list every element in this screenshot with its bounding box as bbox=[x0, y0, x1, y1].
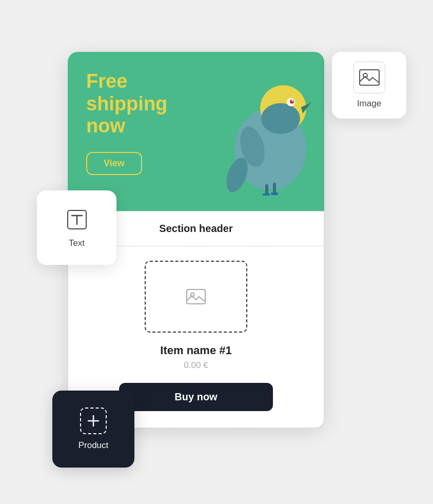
section-header-text: Section header bbox=[159, 223, 232, 235]
banner-title: Free shipping now bbox=[86, 70, 199, 138]
widget-image[interactable]: Image bbox=[332, 52, 406, 119]
svg-rect-11 bbox=[263, 193, 270, 196]
product-icon bbox=[80, 408, 107, 434]
image-icon bbox=[357, 65, 382, 90]
product-image-placeholder[interactable] bbox=[145, 261, 247, 333]
banner-view-button[interactable]: View bbox=[86, 152, 142, 175]
svg-rect-10 bbox=[273, 183, 276, 194]
item-name: Item name #1 bbox=[160, 344, 231, 357]
image-placeholder-icon bbox=[185, 285, 207, 308]
bird-illustration bbox=[222, 67, 319, 196]
buy-now-button[interactable]: Buy now bbox=[119, 383, 273, 411]
svg-point-2 bbox=[261, 103, 300, 134]
product-plus-icon bbox=[86, 413, 101, 429]
svg-rect-18 bbox=[360, 70, 379, 85]
item-price: 0.00 € bbox=[184, 360, 208, 371]
text-icon bbox=[65, 207, 89, 232]
svg-rect-13 bbox=[187, 289, 205, 304]
image-widget-border bbox=[353, 62, 385, 93]
svg-point-6 bbox=[292, 100, 293, 102]
image-widget-label: Image bbox=[357, 99, 381, 109]
text-widget-label: Text bbox=[69, 238, 85, 248]
svg-rect-12 bbox=[271, 192, 278, 195]
widget-product[interactable]: Product bbox=[52, 391, 134, 468]
scene: Free shipping now View bbox=[37, 21, 396, 483]
widget-text[interactable]: Text bbox=[37, 190, 116, 265]
banner: Free shipping now View bbox=[68, 52, 324, 211]
product-widget-label: Product bbox=[78, 440, 109, 451]
